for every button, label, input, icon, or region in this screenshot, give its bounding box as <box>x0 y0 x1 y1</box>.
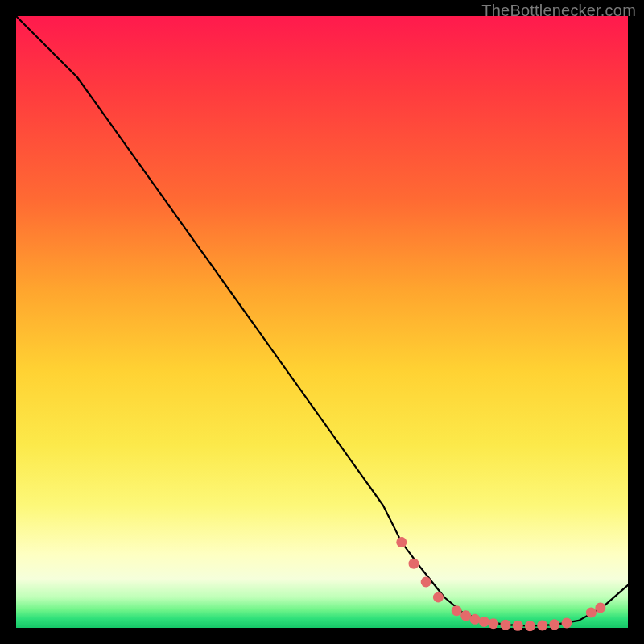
marker-group <box>396 537 605 631</box>
data-point-marker <box>421 577 431 588</box>
bottleneck-curve <box>16 16 628 626</box>
data-point-marker <box>460 610 471 621</box>
chart-svg <box>16 16 628 628</box>
data-point-marker <box>396 537 407 547</box>
data-point-marker <box>549 619 559 630</box>
data-point-marker <box>586 608 597 618</box>
data-point-marker <box>470 614 481 625</box>
data-point-marker <box>562 617 572 628</box>
data-point-marker <box>433 592 444 603</box>
data-point-marker <box>488 618 498 629</box>
data-point-marker <box>501 620 511 630</box>
data-point-marker <box>409 559 419 569</box>
data-point-marker <box>525 621 535 631</box>
chart-stage: TheBottlenecker.com <box>0 0 644 644</box>
plot-area <box>16 16 628 628</box>
data-point-marker <box>513 621 523 631</box>
data-point-marker <box>537 620 547 630</box>
data-point-marker <box>452 605 462 616</box>
data-point-marker <box>595 602 605 613</box>
data-point-marker <box>479 617 489 627</box>
